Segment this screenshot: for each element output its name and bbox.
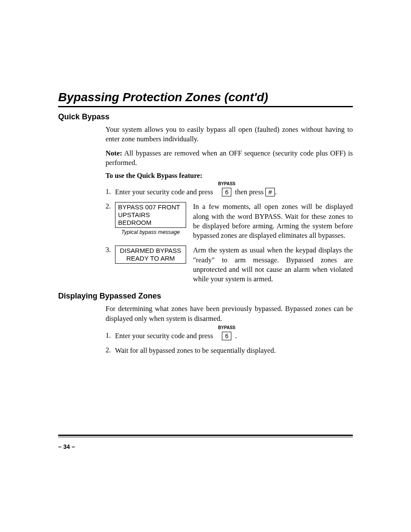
step-number: 2. <box>106 346 115 355</box>
step-number: 2. <box>106 202 115 211</box>
display-step-2: 2. Wait for all bypassed zones to be seq… <box>106 346 353 355</box>
keypad-display-bypass: BYPASS 007 FRONT UPSTAIRS BEDROOM <box>115 202 186 228</box>
display-step-2-text: Wait for all bypassed zones to be sequen… <box>115 346 353 355</box>
step-3-display-col: DISARMED BYPASS READY TO ARM <box>115 246 186 264</box>
quick-step-2: 2. BYPASS 007 FRONT UPSTAIRS BEDROOM Typ… <box>106 202 353 240</box>
display-step-1-text-a: Enter your security code and press <box>115 332 213 340</box>
key-6-wrap: BYPASS 6 <box>222 187 231 197</box>
display-line: UPSTAIRS BEDROOM <box>118 211 183 227</box>
display-line: DISARMED BYPASS <box>118 247 183 255</box>
quick-bypass-intro: Your system allows you to easily bypass … <box>106 125 353 144</box>
quick-step-1: 1. Enter your security code and press BY… <box>106 187 353 197</box>
display-step-1: 1. Enter your security code and press BY… <box>106 331 353 341</box>
display-line: BYPASS 007 FRONT <box>118 203 183 211</box>
display-step-1-end: . <box>235 332 237 340</box>
quick-step-3: 3. DISARMED BYPASS READY TO ARM Arm the … <box>106 246 353 284</box>
quick-bypass-lead: To use the Quick Bypass feature: <box>106 172 353 180</box>
display-caption: Typical bypass message <box>115 229 186 235</box>
step-2-display-col: BYPASS 007 FRONT UPSTAIRS BEDROOM Typica… <box>115 202 186 235</box>
page-number: – 34 – <box>58 443 353 450</box>
step-2-text: In a few moments, all open zones will be… <box>193 202 353 240</box>
page-footer: – 34 – <box>58 435 353 450</box>
page-container: Bypassing Protection Zones (cont'd) Quic… <box>0 0 411 532</box>
key-label-bypass: BYPASS <box>218 181 235 187</box>
quick-bypass-content: Your system allows you to easily bypass … <box>106 125 353 284</box>
step-1-text-a: Enter your security code and press <box>115 188 213 196</box>
key-label-bypass: BYPASS <box>218 325 235 331</box>
quick-bypass-note: Note: All bypasses are removed when an O… <box>106 149 353 168</box>
step-number: 3. <box>106 246 115 254</box>
title-rule <box>58 106 353 107</box>
display-bypassed-content: For determining what zones have been pre… <box>106 304 353 355</box>
key-6: 6 <box>222 188 231 196</box>
display-line: READY TO ARM <box>118 255 183 262</box>
step-1-mid: then press <box>235 188 264 196</box>
key-hash: # <box>265 188 275 196</box>
step-number: 1. <box>106 331 115 340</box>
key-6: 6 <box>222 332 231 340</box>
display-intro: For determining what zones have been pre… <box>106 304 353 324</box>
note-label: Note: <box>106 149 122 157</box>
step-number: 1. <box>106 187 115 196</box>
display-step-1-text: Enter your security code and press BYPAS… <box>115 331 353 341</box>
step-3-text: Arm the system as usual when the keypad … <box>193 246 353 284</box>
footer-rule-thin <box>58 437 353 437</box>
section-heading-quick-bypass: Quick Bypass <box>58 112 353 121</box>
key-6-wrap: BYPASS 6 <box>222 331 231 341</box>
section-heading-display-bypassed: Displaying Bypassed Zones <box>58 292 353 301</box>
note-body: All bypasses are removed when an OFF seq… <box>106 149 353 167</box>
footer-rule-thick <box>58 435 353 436</box>
step-1-end: . <box>275 188 277 196</box>
page-title: Bypassing Protection Zones (cont'd) <box>58 90 353 104</box>
keypad-display-disarmed: DISARMED BYPASS READY TO ARM <box>115 246 186 264</box>
step-1-text: Enter your security code and press BYPAS… <box>115 187 353 197</box>
